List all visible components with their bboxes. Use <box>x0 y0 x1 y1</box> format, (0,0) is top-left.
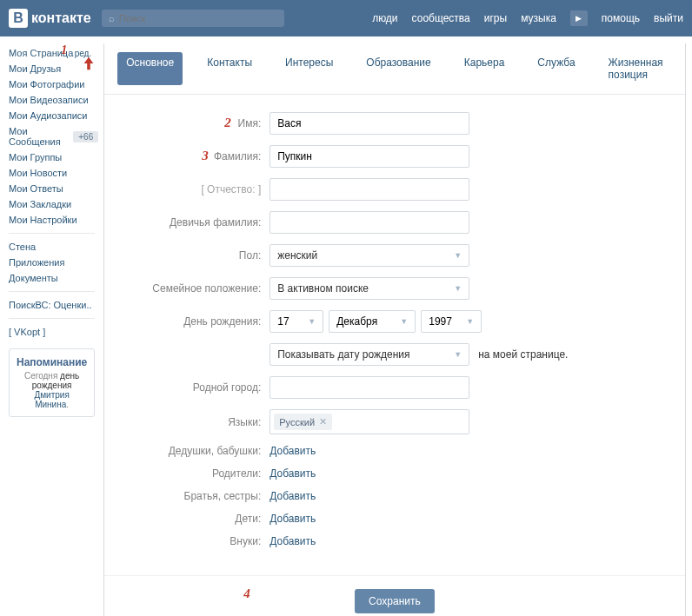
reminder-name-link[interactable]: Дмитрия Минина <box>34 390 69 409</box>
add-parents-link[interactable]: Добавить <box>269 467 316 480</box>
sidebar-groups[interactable]: Мои Группы <box>9 149 103 165</box>
gender-select[interactable]: женский ▼ <box>269 244 469 267</box>
reminder-box: Напоминание Сегодня день рождения Дмитри… <box>9 348 95 417</box>
add-grandparents-link[interactable]: Добавить <box>269 445 316 457</box>
bday-extra-text: на моей странице. <box>478 348 568 361</box>
bday-label: День рождения: <box>130 315 269 328</box>
add-grandchildren-link[interactable]: Добавить <box>269 535 316 547</box>
sidebar-bookmarks[interactable]: Мои Закладки <box>9 196 103 212</box>
patronymic-input[interactable] <box>269 178 469 201</box>
sidebar-audio[interactable]: Мои Аудиозаписи <box>9 108 103 123</box>
chevron-down-icon: ▼ <box>308 317 316 326</box>
nav-communities[interactable]: сообщества <box>412 12 470 24</box>
sidebar-answers[interactable]: Мои Ответы <box>9 181 103 196</box>
sidebar-photos[interactable]: Мои Фотографии <box>9 76 103 92</box>
tab-military[interactable]: Служба <box>529 52 583 85</box>
patronymic-label[interactable]: [ Отчество: ] <box>130 183 269 195</box>
profile-form: 2 Имя: 3 Фамилия: [ Отчество: ] Девичья … <box>104 95 684 575</box>
add-siblings-link[interactable]: Добавить <box>269 490 316 502</box>
tab-contacts[interactable]: Контакты <box>198 52 261 85</box>
remove-language-icon[interactable]: ✕ <box>319 416 327 427</box>
search-icon: ⌕ <box>109 13 115 23</box>
annotation-4: 4 <box>243 586 250 601</box>
sidebar-messages[interactable]: Мои Сообщения +66 <box>9 123 103 149</box>
play-icon[interactable]: ▶ <box>570 10 588 26</box>
marital-select[interactable]: В активном поиске ▼ <box>269 277 469 300</box>
surname-label: 3 Фамилия: <box>130 150 269 162</box>
search-box[interactable]: ⌕ <box>102 10 284 27</box>
grandparents-label: Дедушки, бабушки: <box>130 445 269 457</box>
nav-help[interactable]: помощь <box>602 12 640 24</box>
surname-input[interactable] <box>269 145 469 168</box>
add-children-link[interactable]: Добавить <box>269 513 316 525</box>
chevron-down-icon: ▼ <box>454 251 462 260</box>
sidebar-vkopt[interactable]: [ VKopt ] <box>9 324 103 340</box>
maiden-input[interactable] <box>269 211 469 234</box>
annotation-2: 2 <box>224 116 231 130</box>
language-tag: Русский ✕ <box>274 414 332 430</box>
reminder-text: Сегодня день рождения Дмитрия Минина. <box>17 371 87 409</box>
sidebar-apps[interactable]: Приложения <box>9 255 103 270</box>
sidebar: Моя Страница 1 ред. Мои Друзья Мои Фотог… <box>0 36 103 616</box>
bday-visibility-select[interactable]: Показывать дату рождения ▼ <box>269 343 469 366</box>
logo-icon: В <box>9 9 28 28</box>
edit-tabs: Основное Контакты Интересы Образование К… <box>104 43 684 95</box>
languages-label: Языки: <box>130 416 269 428</box>
chevron-down-icon: ▼ <box>454 284 462 293</box>
hometown-input[interactable] <box>269 376 469 399</box>
header: В контакте ⌕ люди сообщества игры музыка… <box>0 0 692 36</box>
sidebar-docs[interactable]: Документы <box>9 270 103 286</box>
sidebar-search-vs[interactable]: ПоискВС: Оценки.. <box>9 297 103 313</box>
tab-interests[interactable]: Интересы <box>276 52 342 85</box>
chevron-down-icon: ▼ <box>454 350 462 359</box>
divider <box>9 291 95 292</box>
header-nav: люди сообщества игры музыка ▶ помощь вый… <box>372 10 683 26</box>
hometown-label: Родной город: <box>130 381 269 394</box>
main-content: Основное Контакты Интересы Образование К… <box>103 43 685 616</box>
sidebar-videos[interactable]: Мои Видеозаписи <box>9 92 103 108</box>
grandchildren-label: Внуки: <box>130 535 269 547</box>
divider <box>9 318 95 319</box>
sidebar-news[interactable]: Мои Новости <box>9 165 103 181</box>
gender-label: Пол: <box>130 249 269 262</box>
marital-label: Семейное положение: <box>130 282 269 295</box>
nav-games[interactable]: игры <box>484 12 507 24</box>
annotation-3: 3 <box>202 149 209 163</box>
sidebar-wall[interactable]: Стена <box>9 239 103 255</box>
logo[interactable]: В контакте <box>9 9 91 28</box>
tab-life[interactable]: Жизненная позиция <box>600 52 672 85</box>
parents-label: Родители: <box>130 467 269 480</box>
maiden-label: Девичья фамилия: <box>130 216 269 229</box>
tab-main[interactable]: Основное <box>117 52 183 85</box>
nav-logout[interactable]: выйти <box>654 12 683 24</box>
chevron-down-icon: ▼ <box>400 317 408 326</box>
logo-text: контакте <box>31 10 91 26</box>
sidebar-my-page[interactable]: Моя Страница 1 ред. <box>9 45 103 61</box>
chevron-down-icon: ▼ <box>466 317 474 326</box>
tab-education[interactable]: Образование <box>357 52 439 85</box>
sidebar-friends[interactable]: Мои Друзья <box>9 61 103 76</box>
sidebar-settings[interactable]: Мои Настройки <box>9 212 103 228</box>
save-button[interactable]: Сохранить <box>355 589 435 613</box>
messages-badge: +66 <box>73 131 98 142</box>
nav-people[interactable]: люди <box>372 12 397 24</box>
nav-music[interactable]: музыка <box>521 12 556 24</box>
bday-year-select[interactable]: 1997 ▼ <box>421 310 482 333</box>
siblings-label: Братья, сестры: <box>130 490 269 502</box>
children-label: Дети: <box>130 513 269 525</box>
languages-input[interactable]: Русский ✕ <box>269 409 469 434</box>
divider <box>9 233 95 234</box>
name-label: 2 Имя: <box>130 117 269 129</box>
annotation-1: 1 <box>61 43 67 57</box>
name-input[interactable] <box>269 112 469 135</box>
search-input[interactable] <box>119 13 239 23</box>
save-row: 4 Сохранить <box>104 575 684 616</box>
tab-career[interactable]: Карьера <box>456 52 514 85</box>
reminder-title: Напоминание <box>17 356 87 368</box>
bday-month-select[interactable]: Декабря ▼ <box>329 310 416 333</box>
bday-day-select[interactable]: 17 ▼ <box>269 310 323 333</box>
